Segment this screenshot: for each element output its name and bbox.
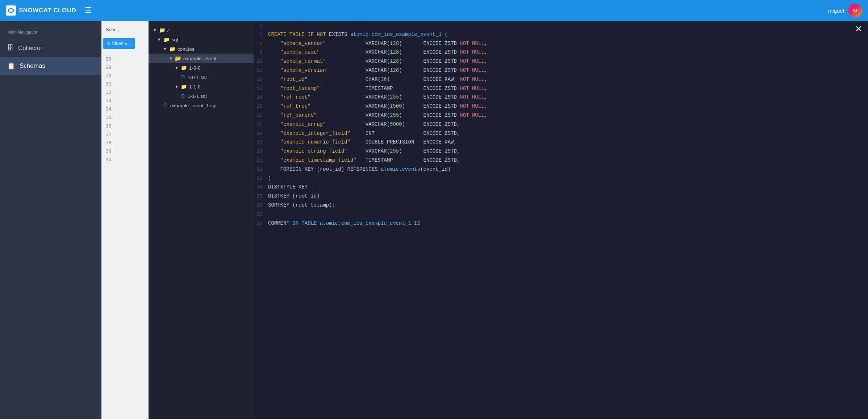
main-layout: Main Navigation 🗄 Collector 📋 Schemas Sc… (0, 21, 868, 419)
line-num-34: 34 (101, 105, 149, 113)
tree-item-1-0-0[interactable]: ▼ 📁 1-0-0 (149, 63, 254, 72)
folder-icon: 📁 (163, 37, 170, 42)
sidebar: Main Navigation 🗄 Collector 📋 Schemas (0, 21, 101, 419)
header-right: miguel M (828, 4, 862, 17)
arrow-icon: ▼ (175, 84, 179, 89)
folder-icon: 📁 (169, 46, 175, 52)
code-line-25: 25 DISTKEY (root_id) (254, 192, 868, 201)
tree-label-example-event: example_event (183, 56, 217, 61)
code-line-7: 7 CREATE TABLE IF NOT EXISTS atomic.com_… (254, 30, 868, 39)
view-sql-label: VIEW S... (112, 41, 131, 46)
tree-label-sql: sql (172, 37, 178, 42)
hamburger-button[interactable]: ☰ (82, 4, 95, 17)
tree-item-sql[interactable]: ▼ 📁 sql (149, 35, 254, 44)
code-line-21: 21 "example_timestamp_field" TIMESTAMP E… (254, 156, 868, 165)
file-js-icon: 🗒 (163, 103, 168, 108)
view-sql-button[interactable]: ≡ VIEW S... (103, 38, 135, 49)
code-line-14: 14 "ref_root" VARCHAR(255) ENCODE ZSTD N… (254, 93, 868, 102)
code-line-27: 27 (254, 210, 868, 219)
close-button[interactable]: ✕ (855, 24, 862, 34)
line-num-37: 37 (101, 130, 149, 138)
line-num-28: 28 (101, 55, 149, 63)
line-num-30: 30 (101, 71, 149, 80)
view-sql-icon: ≡ (107, 41, 110, 46)
line-numbers-panel: 28 29 30 31 32 33 34 35 36 37 38 39 40 (101, 52, 149, 164)
header: SNOWCAT CLOUD ☰ miguel M (0, 0, 868, 21)
tree-item-1-0-1-sql[interactable]: 🗒 1-0-1.sql (149, 72, 254, 82)
tree-label-100: 1-0-0 (189, 65, 201, 71)
code-line-9: 9 "schema_name" VARCHAR(128) ENCODE ZSTD… (254, 48, 868, 57)
code-line-13: 13 "root_tstamp" TIMESTAMP ENCODE ZSTD N… (254, 84, 868, 93)
arrow-icon: ▼ (175, 66, 179, 70)
code-line-22: 22 FOREIGN KEY (root_id) REFERENCES atom… (254, 165, 868, 174)
arrow-icon: ▼ (163, 47, 167, 51)
code-line-19: 19 "example_numeric_field" DOUBLE PRECIS… (254, 138, 868, 147)
schemas-icon: 📋 (7, 62, 15, 70)
tree-item-comios[interactable]: ▼ 📁 com.ios (149, 44, 254, 54)
sidebar-item-collector[interactable]: 🗄 Collector (0, 39, 101, 57)
sidebar-nav-label: Main Navigation (0, 27, 101, 39)
tree-label-root: / (167, 28, 169, 33)
code-line-17: 17 "example_array" VARCHAR(5000) ENCODE … (254, 120, 868, 129)
middle-panel-content: Sche... ≡ VIEW S... 28 29 30 31 32 33 34… (101, 21, 149, 167)
arrow-icon: ▼ (153, 28, 157, 32)
code-line-28: 28 COMMENT ON TABLE atomic.com_ios_examp… (254, 219, 868, 228)
logo-text: SNOWCAT CLOUD (19, 7, 76, 14)
line-num-39: 39 (101, 147, 149, 155)
collector-icon: 🗄 (7, 44, 14, 52)
tree-item-1-1-1-sql[interactable]: 🗒 1-1-1.sql (149, 91, 254, 101)
code-panel[interactable]: ✕ 6 7 CREATE TABLE IF NOT EXISTS atomic.… (254, 21, 868, 419)
tree-item-1-1-0[interactable]: ▼ 📁 1-1-0 (149, 82, 254, 91)
middle-panel: Sche... ≡ VIEW S... 28 29 30 31 32 33 34… (101, 21, 149, 419)
arrow-icon: ▼ (169, 56, 173, 61)
folder-icon: 📁 (181, 65, 187, 71)
code-line-10: 10 "schema_format" VARCHAR(128) ENCODE Z… (254, 57, 868, 66)
code-line-24: 24 DISTSTYLE KEY (254, 183, 868, 192)
code-line-11: 11 "schema_version" VARCHAR(128) ENCODE … (254, 66, 868, 75)
tree-label-111sql: 1-1-1.sql (188, 94, 207, 99)
code-line-18: 18 "example_integer_field" INT ENCODE ZS… (254, 129, 868, 138)
tree-label-example-event-1-sql: example_event_1.sql (170, 103, 217, 108)
line-num-36: 36 (101, 122, 149, 130)
line-num-32: 32 (101, 88, 149, 97)
folder-selected-icon: 📂 (175, 55, 181, 61)
sidebar-item-schemas[interactable]: 📋 Schemas (0, 57, 101, 75)
tree-item-root[interactable]: ▼ 📁 / (149, 25, 254, 35)
schema-label: Sche... (101, 24, 149, 35)
tree-label-comios: com.ios (178, 46, 195, 52)
user-name: miguel (828, 8, 844, 14)
schema-label-text: Sche... (106, 27, 120, 32)
line-num-40: 40 (101, 155, 149, 164)
sidebar-item-label-collector: Collector (18, 45, 42, 52)
avatar: M (848, 4, 862, 17)
file-sql-icon: 🗒 (180, 93, 185, 99)
code-line-16: 16 "ref_parent" VARCHAR(255) ENCODE ZSTD… (254, 111, 868, 120)
code-line-26: 26 SORTKEY (root_tstamp); (254, 201, 868, 210)
tree-label-101sql: 1-0-1.sql (188, 75, 207, 80)
line-num-31: 31 (101, 80, 149, 88)
line-num-33: 33 (101, 97, 149, 105)
code-line-20: 20 "example_string_field" VARCHAR(255) E… (254, 147, 868, 156)
folder-icon: 📁 (159, 27, 165, 33)
code-line-6: 6 (254, 21, 868, 30)
code-line-15: 15 "ref_tree" VARCHAR(1500) ENCODE ZSTD … (254, 102, 868, 111)
tree-item-example-event-1-sql[interactable]: 🗒 example_event_1.sql (149, 101, 254, 110)
line-num-29: 29 (101, 63, 149, 71)
logo: SNOWCAT CLOUD (6, 5, 76, 16)
code-line-8: 8 "schema_vendor" VARCHAR(128) ENCODE ZS… (254, 39, 868, 48)
line-num-38: 38 (101, 138, 149, 147)
file-sql-icon: 🗒 (180, 74, 185, 80)
tree-label-110: 1-1-0 (189, 84, 201, 90)
arrow-icon: ▼ (157, 37, 161, 42)
tree-item-example-event[interactable]: ▼ 📂 example_event (149, 54, 254, 63)
sidebar-item-label-schemas: Schemas (20, 62, 45, 70)
line-num-35: 35 (101, 113, 149, 122)
header-left: SNOWCAT CLOUD ☰ (6, 4, 95, 17)
file-tree-panel: ▼ 📁 / ▼ 📁 sql ▼ 📁 com.ios ▼ 📂 example_ev… (149, 21, 254, 419)
folder-icon: 📁 (181, 84, 187, 90)
logo-icon (6, 5, 16, 16)
code-line-12: 12 "root_id" CHAR(36) ENCODE RAW NOT NUL… (254, 75, 868, 84)
code-line-23: 23 ) (254, 174, 868, 183)
